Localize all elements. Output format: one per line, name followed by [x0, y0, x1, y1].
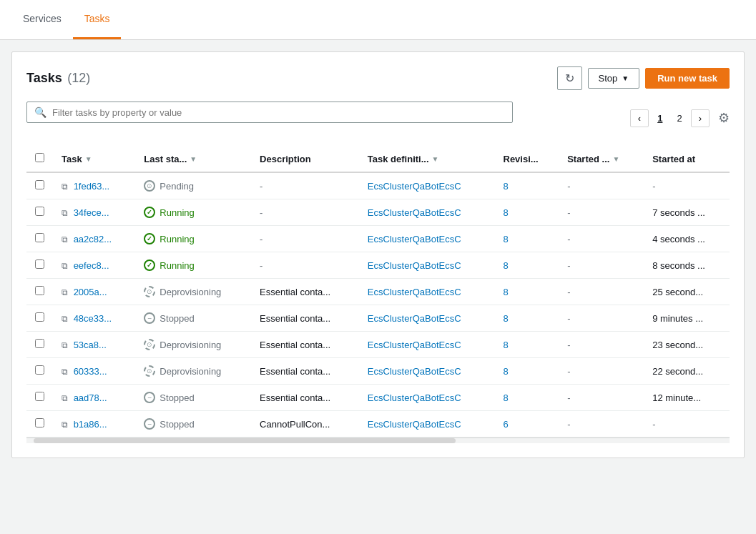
task-definition-cell: EcsClusterQaBotEcsC	[359, 199, 495, 226]
row-checkbox[interactable]	[35, 392, 44, 401]
revision-link[interactable]: 8	[504, 181, 509, 192]
row-checkbox[interactable]	[35, 312, 44, 322]
search-input[interactable]	[52, 107, 505, 118]
run-new-task-button[interactable]: Run new task	[645, 68, 730, 89]
row-checkbox[interactable]	[35, 365, 44, 375]
col-started-at: Started at	[644, 146, 730, 172]
pagination-page-2[interactable]: 2	[671, 110, 687, 127]
task-definition-cell: EcsClusterQaBotEcsC	[359, 226, 495, 252]
revision-cell: 8	[495, 385, 559, 411]
tab-services[interactable]: Services	[11, 0, 73, 39]
stop-button[interactable]: Stop ▼	[588, 68, 640, 89]
search-icon: 🔍	[34, 107, 46, 118]
pagination-page-1[interactable]: 1	[652, 110, 668, 127]
revision-link[interactable]: 6	[504, 419, 509, 430]
task-status-cell: − Stopped	[135, 411, 251, 437]
task-id-cell: ⧉ aa2c82...	[53, 226, 135, 252]
revision-link[interactable]: 8	[504, 234, 509, 244]
copy-icon[interactable]: ⧉	[62, 367, 68, 377]
copy-icon[interactable]: ⧉	[62, 208, 68, 218]
revision-link[interactable]: 8	[504, 340, 509, 350]
table-row: ⧉ 2005a... ⊙ Deprovisioning Essential co…	[26, 279, 730, 305]
task-id-link[interactable]: aad78...	[74, 392, 107, 403]
row-checkbox[interactable]	[35, 180, 44, 189]
table-row: ⧉ 53ca8... ⊙ Deprovisioning Essential co…	[26, 332, 730, 358]
pagination: ‹ 1 2 › ⚙	[630, 109, 730, 127]
started-at-cell: 4 seconds ...	[644, 226, 730, 252]
task-id-link[interactable]: 60333...	[74, 366, 107, 377]
copy-icon[interactable]: ⧉	[62, 261, 68, 271]
task-definition-link[interactable]: EcsClusterQaBotEcsC	[368, 392, 461, 403]
task-id-link[interactable]: eefec8...	[74, 260, 109, 271]
pagination-next[interactable]: ›	[691, 109, 710, 127]
revision-link[interactable]: 8	[504, 313, 509, 324]
task-definition-link[interactable]: EcsClusterQaBotEcsC	[368, 234, 461, 244]
row-checkbox[interactable]	[35, 418, 44, 427]
revision-link[interactable]: 8	[504, 287, 509, 297]
revision-link[interactable]: 8	[504, 260, 509, 271]
task-definition-link[interactable]: EcsClusterQaBotEcsC	[368, 207, 461, 218]
row-checkbox[interactable]	[35, 207, 44, 216]
row-checkbox-cell	[26, 332, 53, 358]
task-status-cell: ⊙ Deprovisioning	[135, 279, 251, 305]
started-by-cell: -	[559, 226, 644, 252]
panel-title: Tasks (12)	[26, 71, 90, 86]
started-at-cell: 7 seconds ...	[644, 199, 730, 226]
started-by-cell: -	[559, 279, 644, 305]
status-deprovisioning-icon: ⊙	[144, 286, 155, 297]
copy-icon[interactable]: ⧉	[62, 393, 68, 403]
row-checkbox[interactable]	[35, 259, 44, 269]
tab-tasks[interactable]: Tasks	[73, 0, 122, 39]
task-definition-link[interactable]: EcsClusterQaBotEcsC	[368, 260, 461, 271]
task-definition-link[interactable]: EcsClusterQaBotEcsC	[368, 287, 461, 297]
task-id-link[interactable]: b1a86...	[74, 419, 107, 430]
task-id-link[interactable]: 2005a...	[74, 287, 107, 297]
task-definition-link[interactable]: EcsClusterQaBotEcsC	[368, 366, 461, 377]
settings-icon[interactable]: ⚙	[718, 110, 730, 126]
task-definition-link[interactable]: EcsClusterQaBotEcsC	[368, 181, 461, 192]
revision-cell: 8	[495, 199, 559, 226]
task-status-cell: ⊙ Pending	[135, 172, 251, 199]
copy-icon[interactable]: ⧉	[62, 287, 68, 297]
task-id-cell: ⧉ 48ce33...	[53, 305, 135, 332]
copy-icon[interactable]: ⧉	[62, 314, 68, 324]
table-row: ⧉ 1fed63... ⊙ Pending - EcsClusterQaBotE…	[26, 172, 730, 199]
task-id-link[interactable]: 1fed63...	[74, 181, 110, 192]
top-nav: Services Tasks	[0, 0, 756, 40]
status-text: Pending	[159, 181, 194, 192]
revision-link[interactable]: 8	[504, 207, 509, 218]
copy-icon[interactable]: ⧉	[62, 182, 68, 192]
started-by-cell: -	[559, 411, 644, 437]
task-id-link[interactable]: aa2c82...	[74, 234, 112, 244]
task-id-link[interactable]: 53ca8...	[74, 340, 107, 350]
refresh-button[interactable]: ↻	[557, 66, 582, 90]
row-checkbox[interactable]	[35, 286, 44, 295]
table-row: ⧉ 60333... ⊙ Deprovisioning Essential co…	[26, 358, 730, 385]
table-row: ⧉ eefec8... ✓ Running - EcsClusterQaBotE…	[26, 252, 730, 279]
copy-icon[interactable]: ⧉	[62, 340, 68, 350]
started-by-cell: -	[559, 305, 644, 332]
status-text: Stopped	[159, 392, 194, 403]
task-definition-link[interactable]: EcsClusterQaBotEcsC	[368, 313, 461, 324]
sort-icon-started-by: ▼	[612, 155, 619, 163]
task-id-link[interactable]: 34fece...	[74, 207, 109, 218]
task-definition-cell: EcsClusterQaBotEcsC	[359, 305, 495, 332]
task-status-cell: ✓ Running	[135, 199, 251, 226]
revision-link[interactable]: 8	[504, 392, 509, 403]
select-all-checkbox[interactable]	[35, 153, 44, 162]
pagination-prev[interactable]: ‹	[630, 109, 649, 127]
task-id-link[interactable]: 48ce33...	[74, 313, 112, 324]
row-checkbox-cell	[26, 172, 53, 199]
revision-cell: 6	[495, 411, 559, 437]
row-checkbox[interactable]	[35, 339, 44, 348]
task-definition-link[interactable]: EcsClusterQaBotEcsC	[368, 419, 461, 430]
row-checkbox-cell	[26, 199, 53, 226]
status-text: Deprovisioning	[159, 287, 221, 297]
task-definition-link[interactable]: EcsClusterQaBotEcsC	[368, 340, 461, 350]
task-definition-cell: EcsClusterQaBotEcsC	[359, 172, 495, 199]
copy-icon[interactable]: ⧉	[62, 234, 68, 244]
select-all-checkbox-col	[26, 146, 53, 172]
revision-link[interactable]: 8	[504, 366, 509, 377]
copy-icon[interactable]: ⧉	[62, 420, 68, 430]
row-checkbox[interactable]	[35, 233, 44, 242]
